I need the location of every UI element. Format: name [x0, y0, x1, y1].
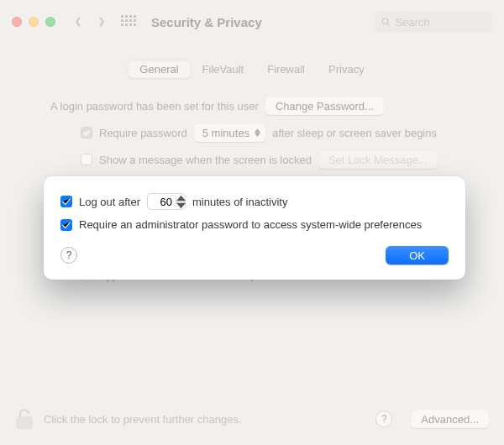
tab-firewall[interactable]: Firewall — [255, 60, 317, 78]
search-icon — [381, 17, 390, 27]
require-password-label: Require password — [99, 127, 187, 139]
svg-marker-5 — [176, 195, 186, 201]
sheet-help-button[interactable]: ? — [60, 247, 77, 264]
admin-password-label: Require an administrator password to acc… — [79, 218, 422, 231]
tab-filevault[interactable]: FileVault — [191, 60, 256, 78]
forward-button[interactable] — [96, 16, 108, 28]
search-field[interactable] — [375, 11, 492, 33]
minimize-window-button[interactable] — [29, 17, 39, 27]
stepper-buttons[interactable] — [176, 195, 186, 209]
require-password-delay-value: 5 minutes — [202, 127, 249, 139]
window-title: Security & Privacy — [151, 15, 262, 29]
tabs: General FileVault Firewall Privacy — [0, 60, 504, 78]
close-window-button[interactable] — [12, 17, 22, 27]
require-password-delay-select[interactable]: 5 minutes — [194, 123, 265, 142]
admin-password-checkbox[interactable]: Require an administrator password to acc… — [60, 218, 422, 231]
check-icon — [60, 196, 72, 207]
show-all-prefs-button[interactable] — [121, 15, 134, 29]
zoom-window-button[interactable] — [45, 17, 55, 27]
require-password-checkbox[interactable]: Require password — [81, 127, 187, 139]
svg-marker-6 — [176, 202, 186, 208]
require-password-rest: after sleep or screen saver begins — [272, 127, 437, 139]
select-arrows-icon — [255, 128, 260, 137]
logout-after-post: minutes of inactivity — [192, 196, 287, 208]
help-button[interactable]: ? — [375, 411, 392, 427]
show-message-checkbox[interactable]: Show a message when the screen is locked — [81, 154, 312, 166]
stepper-up-icon — [176, 195, 186, 202]
bottom-bar: Click the lock to prevent further change… — [0, 396, 504, 445]
lock-icon[interactable] — [15, 408, 34, 430]
advanced-sheet: Log out after minutes of inactivity Requ… — [44, 176, 465, 280]
logout-after-pre: Log out after — [79, 196, 140, 208]
search-input[interactable] — [395, 16, 486, 29]
lock-message: Click the lock to prevent further change… — [44, 413, 365, 426]
advanced-button[interactable]: Advanced... — [411, 410, 489, 428]
chevron-right-icon — [97, 16, 106, 28]
svg-point-0 — [382, 18, 388, 24]
tab-privacy[interactable]: Privacy — [317, 60, 376, 78]
change-password-button[interactable]: Change Password... — [265, 97, 384, 115]
back-button[interactable] — [72, 16, 84, 28]
check-icon — [82, 128, 91, 137]
show-message-label: Show a message when the screen is locked — [99, 154, 312, 166]
login-password-msg: A login password has been set for this u… — [50, 100, 259, 113]
stepper-down-icon — [176, 202, 186, 209]
chevron-left-icon — [74, 16, 82, 28]
set-lock-message-button: Set Lock Message... — [318, 150, 438, 169]
check-icon — [60, 219, 72, 231]
traffic-lights — [12, 17, 55, 27]
logout-after-checkbox[interactable]: Log out after — [60, 196, 140, 208]
svg-line-1 — [387, 24, 390, 26]
ok-button[interactable]: OK — [386, 246, 449, 264]
logout-minutes-stepper[interactable] — [147, 193, 186, 210]
nav-buttons — [72, 16, 108, 28]
svg-marker-3 — [255, 133, 260, 136]
logout-minutes-input[interactable] — [147, 196, 176, 208]
svg-rect-4 — [17, 417, 32, 428]
tab-general[interactable]: General — [128, 60, 190, 78]
window-toolbar: Security & Privacy — [0, 0, 504, 44]
